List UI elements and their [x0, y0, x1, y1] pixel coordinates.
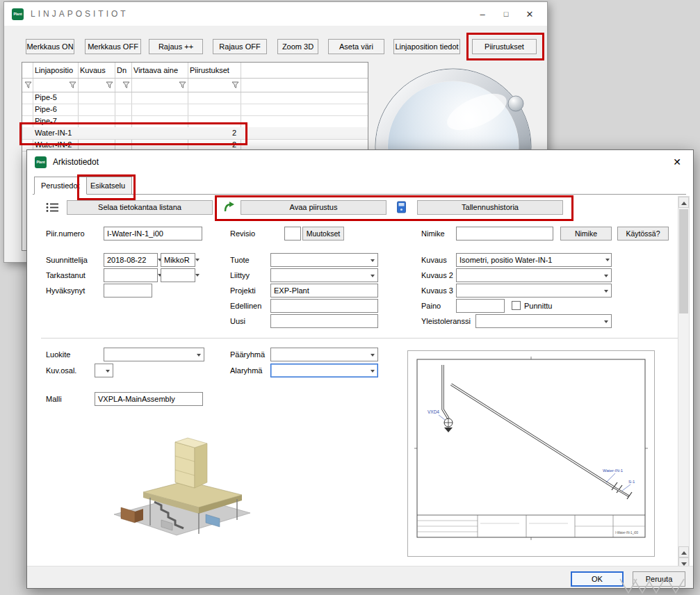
tab-esikatselu[interactable]: Esikatselu: [83, 177, 132, 195]
uusi-field[interactable]: [270, 314, 378, 328]
merkkaus-on-button[interactable]: Merkkaus ON: [26, 39, 74, 54]
liittyy-combo[interactable]: [270, 268, 378, 282]
kuvaus2-combo[interactable]: [456, 268, 612, 282]
selaa-tietokantaa-button[interactable]: Selaa tietokantaa listana: [67, 200, 213, 215]
scroll-up-icon[interactable]: [678, 197, 689, 208]
chevron-down-icon: [197, 354, 201, 357]
malli-label: Malli: [46, 392, 62, 406]
hyvaksynyt-field[interactable]: [104, 284, 152, 298]
hyvaksynyt-label: Hyväksynyt: [46, 284, 85, 298]
tuote-combo[interactable]: [270, 253, 378, 267]
scroll-up2-icon[interactable]: [678, 546, 689, 557]
chevron-down-icon: [195, 274, 200, 277]
tab-border: [33, 194, 686, 195]
row-drawings: 2: [189, 127, 236, 139]
window-titlebar: Plant LINJAPOSITIOT – □ ✕: [4, 2, 547, 26]
paaryhma-label: Pääryhmä: [230, 348, 265, 361]
punnittu-checkbox[interactable]: [512, 301, 521, 310]
kaytossa-button[interactable]: Käytössä?: [617, 227, 669, 241]
ok-button[interactable]: OK: [571, 571, 624, 587]
kuv-osal-label: Kuv.osal.: [46, 364, 76, 377]
table-row[interactable]: Pipe-5: [22, 92, 368, 104]
filter-funnel-icon[interactable]: [122, 81, 130, 89]
kuvaus-label: Kuvaus: [421, 253, 447, 267]
filter-funnel-icon[interactable]: [69, 81, 76, 89]
kuv-osal-combo[interactable]: [95, 364, 113, 377]
kuvaus-combo[interactable]: Isometri, positio Water-IN-1: [456, 253, 612, 267]
column-header[interactable]: Dn: [117, 65, 127, 76]
chevron-down-icon: [195, 259, 200, 261]
aseta-vari-button[interactable]: Aseta väri: [328, 39, 384, 54]
desktop: Plant LINJAPOSITIOT – □ ✕ Merkkaus ON Me…: [0, 0, 700, 595]
open-drawing-icon[interactable]: [223, 201, 236, 213]
tallennushistoria-button[interactable]: Tallennushistoria: [417, 200, 563, 215]
chevron-down-icon: [604, 290, 608, 293]
filter-funnel-icon[interactable]: [24, 81, 32, 89]
alaryhma-combo[interactable]: [270, 364, 378, 377]
table-row[interactable]: Pipe-7: [22, 115, 368, 127]
linjaposition-tiedot-button[interactable]: Linjaposition tiedot: [393, 39, 460, 54]
chevron-down-icon: [371, 354, 375, 357]
muutokset-button[interactable]: Muutokset: [302, 227, 344, 241]
titleblock-drawing-number: I-Water-IN-1_i00: [615, 531, 639, 535]
punnittu-label: Punnittu: [524, 299, 552, 313]
save-database-icon[interactable]: [396, 201, 407, 213]
uusi-label: Uusi: [230, 314, 245, 328]
tarkastanut-user-combo[interactable]: [161, 268, 195, 282]
tab-perustiedot[interactable]: Perustiedot: [34, 177, 87, 195]
row-name: Water-IN-1: [35, 127, 72, 139]
revisio-label: Revisio: [230, 227, 255, 241]
minimize-icon[interactable]: –: [471, 9, 494, 19]
paaryhma-combo[interactable]: [270, 348, 378, 361]
drawing-preview-frame: VXD4 Water-IN-1 S-1 I-Water-IN-1_i00: [407, 350, 655, 557]
filter-funnel-icon[interactable]: [106, 81, 113, 89]
column-header[interactable]: Virtaava aine: [133, 65, 178, 76]
alaryhma-label: Alaryhmä: [230, 364, 262, 377]
list-view-icon[interactable]: [46, 202, 59, 213]
edellinen-field[interactable]: [270, 299, 378, 313]
rajaus-plus-button[interactable]: Rajaus ++: [149, 39, 203, 54]
avaa-piirustus-button[interactable]: Avaa piirustus: [241, 200, 386, 215]
column-header[interactable]: Piirustukset: [190, 65, 229, 76]
piirustukset-button[interactable]: Piirustukset: [472, 39, 537, 54]
table-row-selected[interactable]: Water-IN-1 2: [22, 127, 368, 139]
close-icon[interactable]: ✕: [665, 156, 689, 168]
scrollbar-thumb[interactable]: [679, 209, 688, 313]
yleistoleranssi-combo[interactable]: [475, 314, 612, 328]
liittyy-label: Liittyy: [230, 268, 250, 282]
rajaus-off-button[interactable]: Rajaus OFF: [213, 39, 267, 54]
table-row[interactable]: Pipe-6: [22, 104, 368, 115]
projekti-label: Projekti: [230, 284, 256, 298]
merkkaus-off-button[interactable]: Merkkaus OFF: [85, 39, 141, 54]
close-icon[interactable]: ✕: [518, 9, 542, 19]
tuote-label: Tuote: [230, 253, 250, 267]
kuvaus3-combo[interactable]: [456, 284, 612, 298]
paino-field[interactable]: [456, 299, 505, 313]
support-label: S-1: [628, 480, 635, 484]
filter-funnel-icon[interactable]: [231, 81, 239, 89]
suunnittelija-user-combo[interactable]: MikkoR: [161, 253, 195, 267]
piir-numero-field[interactable]: I-Water-IN-1_i00: [104, 227, 202, 241]
yleistoleranssi-label: Yleistoleranssi: [421, 314, 471, 328]
revisio-field[interactable]: [284, 227, 301, 241]
tarkastanut-date-combo[interactable]: [104, 268, 158, 282]
zoom-3d-button[interactable]: Zoom 3D: [277, 39, 318, 54]
malli-field[interactable]: VXPLA-MainAssembly: [95, 392, 203, 406]
suunnittelija-label: Suunnittelija: [46, 253, 88, 267]
row-name: Pipe-7: [35, 115, 57, 127]
chevron-down-icon: [371, 259, 375, 262]
column-header[interactable]: Kuvaus: [80, 65, 106, 76]
projekti-field[interactable]: EXP-Plant: [270, 284, 378, 298]
chevron-down-icon: [604, 320, 608, 323]
filter-funnel-icon[interactable]: [179, 81, 186, 89]
suunnittelija-date-combo[interactable]: 2018-08-22: [104, 253, 158, 267]
luokite-combo[interactable]: [104, 348, 204, 361]
maximize-icon[interactable]: □: [494, 10, 518, 18]
dialog-titlebar: Plant Arkistotiedot ✕: [27, 150, 693, 174]
nimike-field[interactable]: [456, 227, 553, 241]
nimike-button[interactable]: Nimike: [560, 227, 612, 241]
model-3d-preview: [95, 432, 261, 545]
scrollbar[interactable]: [678, 196, 690, 569]
arkistotiedot-dialog: Plant Arkistotiedot ✕ Perustiedot Esikat…: [26, 149, 694, 589]
column-header[interactable]: Linjapositio: [35, 65, 73, 76]
